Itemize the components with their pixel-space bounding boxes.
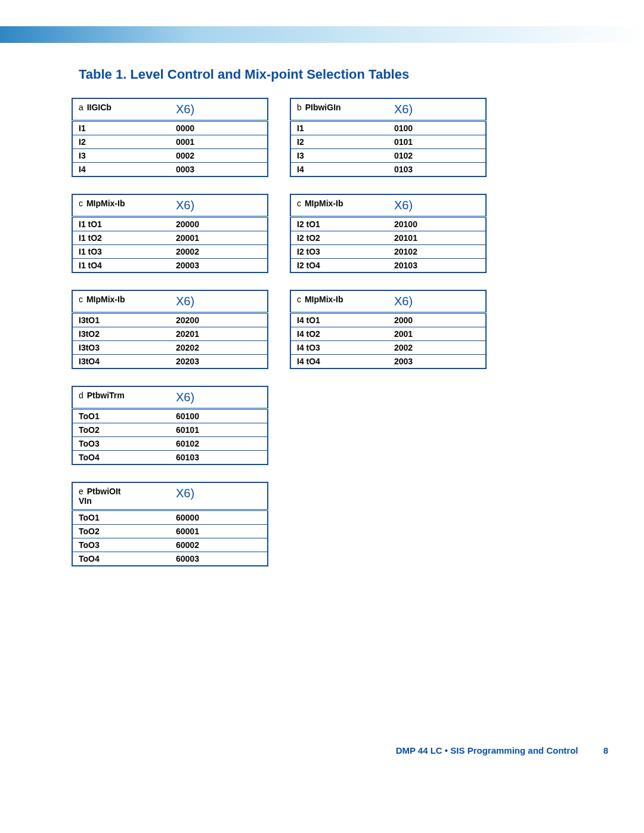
- table-row: I10100: [290, 121, 486, 135]
- table-d: d PtbwiTrm X6) ToO160100 ToO260101 ToO36…: [72, 386, 268, 465]
- table-row: I4 tO42003: [290, 355, 486, 369]
- table-row: I3tO120200: [72, 313, 268, 327]
- table-row: ToO360102: [72, 437, 268, 451]
- table-row: I10000: [72, 121, 268, 135]
- table-header-label: IIGICb: [87, 103, 112, 112]
- table-row: ToO260101: [72, 423, 268, 437]
- page-number: 8: [603, 745, 608, 755]
- table-c1: c MIpMix-Ib X6) I1 tO120000 I1 tO220001 …: [72, 194, 268, 273]
- table-row: I3tO320202: [72, 341, 268, 355]
- table-b: b PIbwiGIn X6) I10100 I20101 I30102 I401…: [290, 98, 487, 177]
- table-row: ToO460003: [72, 552, 268, 566]
- table-row: I4 tO22001: [290, 327, 486, 341]
- table-row: I40103: [290, 163, 486, 177]
- table-row: I1 tO120000: [72, 217, 268, 231]
- page-content: Table 1. Level Control and Mix-point Sel…: [0, 43, 644, 566]
- table-row: ToO360002: [72, 538, 268, 552]
- table-row: I2 tO220101: [290, 231, 486, 245]
- table-row: I1 tO320002: [72, 245, 268, 259]
- page-title: Table 1. Level Control and Mix-point Sel…: [72, 67, 578, 82]
- table-row: ToO160100: [72, 409, 268, 423]
- table-row: I30002: [72, 149, 268, 163]
- page-footer: DMP 44 LC • SIS Programming and Control …: [0, 745, 644, 779]
- table-row: I1 tO220001: [72, 231, 268, 245]
- table-row: I1 tO420003: [72, 259, 268, 273]
- table-row: ToO260001: [72, 525, 268, 538]
- table-row: I3tO420203: [72, 355, 268, 369]
- x6-label: X6): [170, 98, 268, 121]
- table-row: I20001: [72, 135, 268, 149]
- table-c3: c MIpMix-Ib X6) I3tO120200 I3tO220201 I3…: [72, 290, 268, 369]
- table-row: I20101: [290, 135, 486, 149]
- table-row: I2 tO420103: [290, 259, 486, 273]
- table-c2: c MIpMix-Ib X6) I2 tO120100 I2 tO220101 …: [290, 194, 487, 273]
- header-gradient: [0, 26, 644, 43]
- table-e: e PtbwiOIt VIn X6) ToO160000 ToO260001 T…: [72, 482, 268, 566]
- table-a: a IIGICb X6) I10000 I20001 I30002 I40003: [72, 98, 268, 177]
- table-row: I40003: [72, 163, 268, 177]
- table-pre: a: [79, 103, 83, 112]
- table-grid: a IIGICb X6) I10000 I20001 I30002 I40003…: [72, 98, 578, 566]
- footer-text: DMP 44 LC • SIS Programming and Control: [396, 745, 578, 755]
- table-row: I2 tO320102: [290, 245, 486, 259]
- table-c4: c MIpMix-Ib X6) I4 tO12000 I4 tO22001 I4…: [290, 290, 487, 369]
- table-row: I30102: [290, 149, 486, 163]
- table-row: I2 tO120100: [290, 217, 486, 231]
- table-row: I3tO220201: [72, 327, 268, 341]
- table-row: ToO160000: [72, 510, 268, 525]
- table-row: I4 tO12000: [290, 313, 486, 327]
- table-row: ToO460103: [72, 451, 268, 465]
- table-row: I4 tO32002: [290, 341, 486, 355]
